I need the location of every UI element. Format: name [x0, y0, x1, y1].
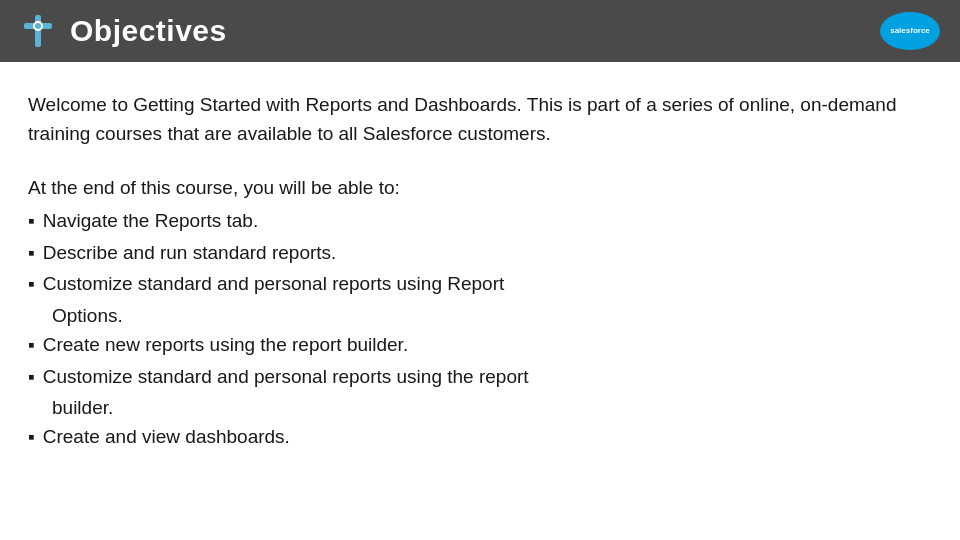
intro-paragraph: Welcome to Getting Started with Reports …	[28, 90, 932, 149]
objective-text: Create and view dashboards.	[43, 422, 290, 451]
bullet-icon: ▪	[28, 206, 35, 235]
bullet-icon: ▪	[28, 330, 35, 359]
list-item: ▪ Customize standard and personal report…	[28, 269, 932, 298]
list-item: ▪ Customize standard and personal report…	[28, 362, 932, 391]
salesforce-logo-text: salesforce	[890, 26, 930, 36]
bullet-icon: ▪	[28, 238, 35, 267]
list-item: ▪ Navigate the Reports tab.	[28, 206, 932, 235]
objective-text: Customize standard and personal reports …	[43, 362, 529, 391]
bullet-icon: ▪	[28, 422, 35, 451]
objective-text: Customize standard and personal reports …	[43, 269, 505, 298]
objective-continuation: Options.	[28, 301, 932, 330]
objective-text: Navigate the Reports tab.	[43, 206, 258, 235]
header-bar: Objectives salesforce	[0, 0, 960, 62]
list-item: ▪ Create and view dashboards.	[28, 422, 932, 451]
bullet-icon: ▪	[28, 362, 35, 391]
main-content: Welcome to Getting Started with Reports …	[0, 62, 960, 474]
page-title: Objectives	[70, 14, 227, 48]
bullet-icon: ▪	[28, 269, 35, 298]
objective-text: Describe and run standard reports.	[43, 238, 337, 267]
header-icon	[20, 13, 56, 49]
salesforce-logo: salesforce	[880, 12, 940, 50]
objective-text: Create new reports using the report buil…	[43, 330, 408, 359]
list-item: ▪ Describe and run standard reports.	[28, 238, 932, 267]
objective-continuation: builder.	[28, 393, 932, 422]
objectives-intro: At the end of this course, you will be a…	[28, 173, 932, 202]
objectives-section: At the end of this course, you will be a…	[28, 173, 932, 452]
svg-point-3	[35, 23, 41, 29]
list-item: ▪ Create new reports using the report bu…	[28, 330, 932, 359]
